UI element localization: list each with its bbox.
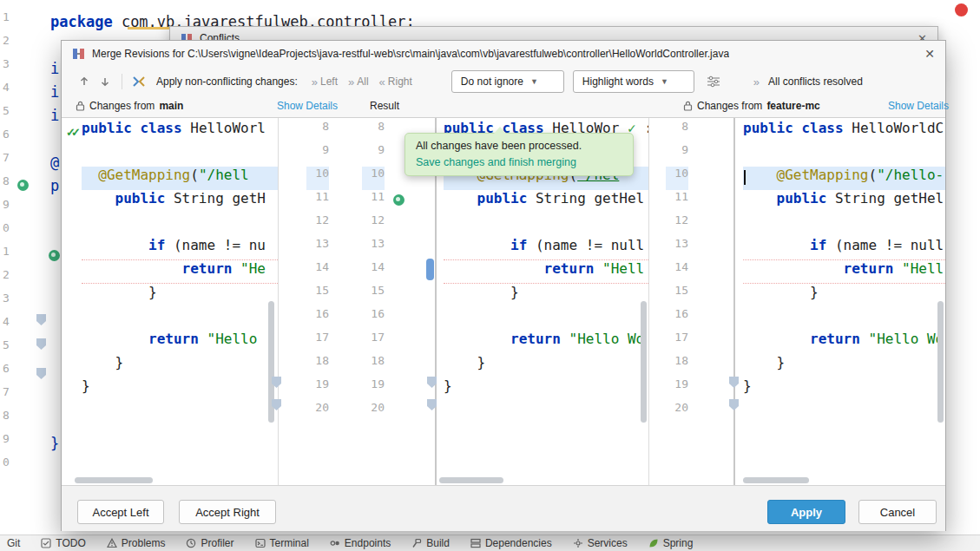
line-number: 4: [3, 315, 13, 338]
merge-dialog: Merge Revisions for C:\Users\vigne\IdeaP…: [61, 40, 946, 531]
line-number: 1: [3, 10, 13, 34]
cancel-button[interactable]: Cancel: [858, 500, 937, 524]
merge-arrows-icon: [130, 75, 148, 89]
statusbar-item-spring[interactable]: Spring: [648, 537, 694, 549]
show-details-link[interactable]: Show Details: [888, 100, 949, 112]
statusbar-item-build[interactable]: Build: [411, 537, 450, 549]
statusbar-item-services[interactable]: Services: [573, 537, 628, 549]
right-vertical-scrollbar[interactable]: [937, 301, 944, 423]
code-line-20: [82, 401, 278, 424]
spring-bean-icon[interactable]: [393, 194, 404, 206]
show-details-link[interactable]: Show Details: [277, 100, 338, 112]
line-number: 15: [306, 284, 329, 307]
left-horizontal-scrollbar[interactable]: [75, 477, 153, 483]
close-icon[interactable]: ✕: [924, 47, 935, 61]
apply-button[interactable]: Apply: [767, 500, 845, 524]
statusbar-item-endpoints[interactable]: Endpoints: [330, 537, 391, 549]
line-number: 0: [3, 456, 13, 479]
apply-left-label: Left: [320, 75, 338, 88]
line-number: 12: [306, 213, 329, 237]
right-show-details[interactable]: Show Details: [888, 100, 949, 112]
code-line-11: public String getHel: [444, 190, 648, 213]
statusbar-label: Services: [588, 537, 628, 549]
editor-gutter: 12345678901234567890: [3, 10, 13, 479]
code-line-11: public String getHel: [743, 190, 945, 213]
code-fragment: i: [50, 81, 59, 104]
code-line-18: }: [82, 354, 278, 377]
statusbar-item-dependencies[interactable]: Dependencies: [470, 537, 552, 549]
save-and-finish-link[interactable]: Save changes and finish merging: [416, 154, 622, 171]
code-line-18: }: [444, 354, 648, 377]
code-line-13: if (name != null: [444, 237, 648, 260]
gutter-pin-icon: [36, 314, 46, 325]
statusbar-item-profiler[interactable]: Profiler: [186, 537, 233, 549]
ignore-whitespace-dropdown[interactable]: Do not ignore ▼: [451, 70, 564, 93]
text-caret: [744, 170, 746, 185]
code-line-8: public class HelloWorldC: [743, 120, 945, 143]
line-number: 15: [666, 284, 688, 307]
chevron-right-icon: »: [312, 75, 318, 89]
result-horizontal-scrollbar[interactable]: [439, 477, 503, 483]
apply-all-non-conflicting-button[interactable]: [128, 72, 149, 91]
code-fragment: @: [50, 151, 59, 174]
statusbar-item-git[interactable]: Git: [7, 537, 20, 549]
line-number: 9: [306, 143, 329, 167]
result-label: Result: [370, 100, 399, 112]
code-fragment: i: [50, 104, 59, 128]
statusbar-item-todo[interactable]: TODO: [41, 537, 85, 549]
apply-all-button[interactable]: » All: [348, 75, 369, 89]
chevron-right-icon: »: [348, 75, 354, 89]
code-line-19: }: [444, 377, 648, 401]
spring-bean-icon[interactable]: [17, 180, 29, 191]
toolbar-overflow-chevron[interactable]: »: [753, 75, 760, 89]
conflicts-resolved-status: All conflicts resolved: [768, 75, 863, 88]
statusbar-item-problems[interactable]: Problems: [107, 537, 166, 549]
right-horizontal-scrollbar[interactable]: [743, 477, 809, 483]
code-line-20: [743, 401, 945, 424]
statusbar-label: TODO: [56, 537, 85, 549]
line-number: 19: [306, 377, 329, 401]
accept-right-button[interactable]: Accept Right: [179, 500, 276, 524]
statusbar-label: Dependencies: [485, 537, 552, 549]
line-number: 2: [3, 268, 13, 292]
line-number: 8: [306, 120, 329, 143]
terminal-icon: [255, 538, 266, 548]
code-line-15: }: [743, 284, 945, 307]
editor-settings-button[interactable]: [703, 72, 724, 91]
error-badge-icon[interactable]: [955, 3, 968, 16]
line-number: 9: [666, 143, 688, 167]
ignore-dropdown-value: Do not ignore: [461, 75, 523, 88]
spring-bean-icon[interactable]: [49, 250, 60, 261]
lock-icon: [76, 101, 85, 111]
left-show-details[interactable]: Show Details: [277, 100, 338, 112]
apply-left-button[interactable]: » Left: [312, 75, 338, 89]
line-number: 20: [362, 401, 385, 424]
change-marker[interactable]: [426, 259, 434, 280]
highlight-mode-dropdown[interactable]: Highlight words ▼: [573, 70, 694, 93]
prev-change-button[interactable]: [74, 72, 95, 91]
keyword-package: package: [50, 13, 113, 30]
next-change-button[interactable]: [95, 72, 115, 91]
branch-name: feature-mc: [766, 100, 819, 112]
gutter-pin-icon: [36, 368, 46, 379]
statusbar-item-terminal[interactable]: Terminal: [255, 537, 309, 549]
line-number: 7: [3, 151, 13, 174]
apply-non-conflicting-label: Apply non-conflicting changes:: [156, 75, 298, 88]
line-number: 14: [362, 260, 385, 284]
highlight-dropdown-value: Highlight words: [582, 75, 654, 88]
line-number: 9: [3, 432, 13, 456]
result-vertical-scrollbar[interactable]: [641, 301, 647, 423]
code-line-16: [444, 307, 648, 331]
dialog-title-bar[interactable]: Merge Revisions for C:\Users\vigne\IdeaP…: [62, 41, 945, 67]
right-editor-pane[interactable]: public class HelloWorldC @GetMapping("/h…: [735, 120, 945, 424]
left-editor-pane[interactable]: public class HelloWorl @GetMapping("/hel…: [62, 120, 278, 424]
line-number: 6: [3, 362, 13, 385]
code-line-12: [82, 213, 278, 237]
code-line-15: }: [444, 284, 648, 307]
accept-left-button[interactable]: Accept Left: [77, 500, 164, 524]
right-line-numbers: 891011121314151617181920: [666, 120, 688, 424]
apply-right-button[interactable]: « Right: [379, 75, 412, 89]
code-line-20: [444, 401, 648, 424]
arrow-up-icon: [79, 76, 89, 87]
code-line-11: public String getH: [82, 190, 278, 213]
